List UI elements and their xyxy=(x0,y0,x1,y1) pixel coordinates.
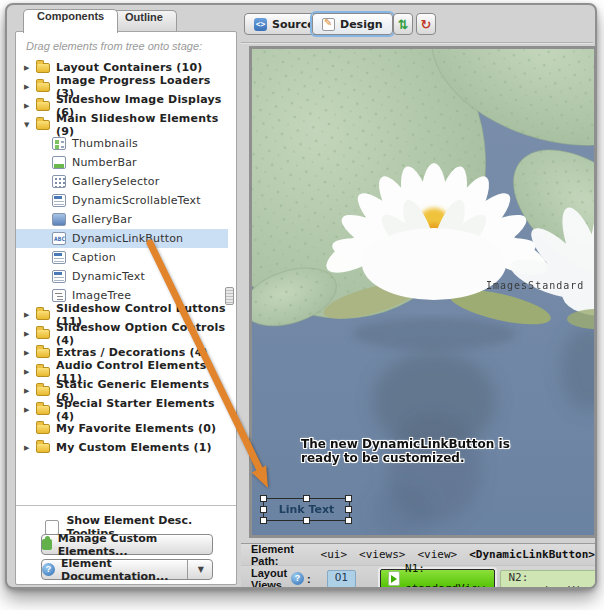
refresh-icon: ⇄ xyxy=(396,19,411,30)
folder-icon xyxy=(36,310,50,320)
folder-icon xyxy=(36,405,50,415)
tree-folder-slideshow-option-controls[interactable]: Slideshow Option Controls (4) xyxy=(16,324,228,343)
active-view-arrow-icon xyxy=(388,571,400,586)
dynamictext-icon xyxy=(52,270,66,283)
tree-item-galleryselector[interactable]: GallerySelector xyxy=(16,172,228,191)
folder-icon xyxy=(36,367,50,377)
drag-hint-text: Drag elements from tree onto stage: xyxy=(26,40,202,52)
selection-handle[interactable] xyxy=(260,506,267,513)
components-panel: Drag elements from tree onto stage: Layo… xyxy=(15,31,237,585)
folder-icon xyxy=(36,63,50,73)
component-tree: Layout Containers (10) Image Progress Lo… xyxy=(16,58,228,457)
tree-item-numberbar[interactable]: NumberBar xyxy=(16,153,228,172)
folder-icon xyxy=(36,82,50,92)
refresh-button[interactable]: ⇄ xyxy=(393,13,413,35)
collapse-triangle-icon[interactable] xyxy=(24,64,36,72)
imagetree-icon xyxy=(52,289,66,302)
path-segment-views[interactable]: <views> xyxy=(359,548,405,561)
path-segment-dynamiclinkbutton[interactable]: <DynamicLinkButton> xyxy=(469,548,595,561)
design-stage[interactable]: ImagesStandard The new DynamicLinkButton… xyxy=(249,46,597,538)
reload-preview-button[interactable]: ↻ xyxy=(416,13,436,35)
design-pencil-icon xyxy=(322,18,335,31)
tree-folder-my-favorite-elements[interactable]: My Favorite Elements (0) xyxy=(16,419,228,438)
collapse-triangle-icon[interactable] xyxy=(24,311,36,319)
open-folder-icon xyxy=(36,120,50,130)
panel-divider xyxy=(16,505,236,506)
collapse-triangle-icon[interactable] xyxy=(24,102,36,110)
folder-icon xyxy=(36,348,50,358)
app-window: Components Outline Drag elements from tr… xyxy=(5,3,597,589)
folder-icon xyxy=(36,443,50,453)
collapse-triangle-icon[interactable] xyxy=(24,368,36,376)
split-divider xyxy=(187,560,188,579)
selection-handle[interactable] xyxy=(303,517,310,524)
stage-tooltip-text: The new DynamicLinkButton is ready to be… xyxy=(301,437,510,465)
selection-handle[interactable] xyxy=(345,517,352,524)
collapse-triangle-icon[interactable] xyxy=(24,349,36,357)
numberbar-icon xyxy=(52,156,66,169)
tree-scrollbar-thumb[interactable] xyxy=(225,287,234,305)
red-reload-icon: ↻ xyxy=(421,17,432,32)
layout-views-bar: Layout Views : O1 N1: standardView N2: s… xyxy=(241,565,595,589)
view-chip-n1-standardview[interactable]: N1: standardView xyxy=(380,569,495,589)
collapse-triangle-icon[interactable] xyxy=(24,330,36,338)
image-component-label: ImagesStandard xyxy=(486,280,584,291)
tree-item-gallerybar[interactable]: GalleryBar xyxy=(16,210,228,229)
folder-icon xyxy=(36,329,50,339)
element-path-label: Element Path: xyxy=(251,543,312,567)
source-code-icon xyxy=(254,18,267,31)
selection-handle[interactable] xyxy=(345,506,352,513)
folder-icon xyxy=(36,386,50,396)
collapse-triangle-icon[interactable] xyxy=(24,444,36,452)
collapse-triangle-icon[interactable] xyxy=(24,406,36,414)
element-documentation-button[interactable]: Element Documentation... ▼ xyxy=(41,559,213,580)
tree-folder-my-custom-elements[interactable]: My Custom Elements (1) xyxy=(16,438,228,457)
tab-components[interactable]: Components xyxy=(23,9,118,33)
help-icon xyxy=(42,563,55,576)
design-button[interactable]: Design xyxy=(312,13,393,35)
selection-handle[interactable] xyxy=(260,517,267,524)
tree-item-caption[interactable]: Caption xyxy=(16,248,228,267)
manage-custom-elements-button[interactable]: Manage Custom Elements... xyxy=(41,534,213,555)
layout-views-label: Layout Views xyxy=(251,567,287,590)
selection-handle[interactable] xyxy=(260,495,267,502)
tree-folder-main-slideshow-elements[interactable]: Main Slideshow Elements (9) xyxy=(16,115,228,134)
collapse-triangle-icon[interactable] xyxy=(24,83,36,91)
folder-icon xyxy=(36,101,50,111)
tree-item-dynamiclinkbutton[interactable]: DynamicLinkButton xyxy=(16,229,228,248)
help-icon[interactable] xyxy=(291,572,304,585)
view-chip-o1[interactable]: O1 xyxy=(327,570,356,588)
linkbutton-icon xyxy=(52,232,66,245)
selection-handle[interactable] xyxy=(303,495,310,502)
tree-folder-special-starter-elements[interactable]: Special Starter Elements (4) xyxy=(16,400,228,419)
puzzle-icon xyxy=(42,539,52,550)
dropdown-arrow-icon[interactable]: ▼ xyxy=(198,565,204,574)
tab-outline[interactable]: Outline xyxy=(111,10,177,32)
gallerybar-icon xyxy=(52,213,66,226)
caption-icon xyxy=(52,251,66,264)
thumbnails-icon xyxy=(52,137,66,150)
toolbar-separator xyxy=(241,42,593,43)
folder-icon xyxy=(36,424,50,434)
path-segment-ui[interactable]: <ui> xyxy=(321,548,348,561)
expand-triangle-icon[interactable] xyxy=(24,121,36,129)
collapse-triangle-icon[interactable] xyxy=(24,387,36,395)
galleryselector-icon xyxy=(52,175,66,188)
tree-item-dynamictext[interactable]: DynamicText xyxy=(16,267,228,286)
scrollabletext-icon xyxy=(52,194,66,207)
tree-item-dynamicscrollabletext[interactable]: DynamicScrollableText xyxy=(16,191,228,210)
view-chip-n2-secondaryview[interactable]: N2: secondaryView xyxy=(500,570,597,588)
selection-handle[interactable] xyxy=(345,495,352,502)
